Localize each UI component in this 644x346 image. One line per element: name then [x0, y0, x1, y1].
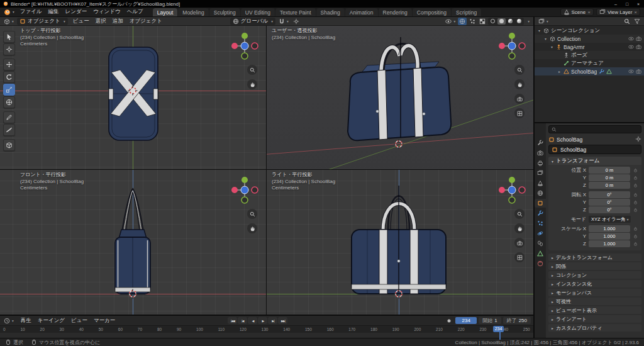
property-section-header[interactable]: モーションパス — [548, 289, 641, 296]
schoolbag-top-view[interactable] — [83, 42, 184, 150]
properties-search-field[interactable] — [548, 125, 641, 133]
pan-hand-icon[interactable] — [247, 79, 257, 89]
lock-icon[interactable] — [633, 193, 638, 197]
tab-view-layer-properties[interactable] — [535, 169, 546, 177]
lock-icon[interactable] — [633, 234, 638, 238]
scene-selector[interactable]: Scene × — [560, 8, 594, 16]
viewport-menu-item[interactable]: オブジェクト — [126, 17, 165, 26]
location-z-field[interactable]: 0 m — [589, 182, 630, 189]
lock-icon[interactable] — [633, 183, 638, 187]
play-button[interactable]: ▶ — [258, 317, 267, 324]
rotation-y-field[interactable]: 0° — [589, 199, 630, 206]
scale-y-field[interactable]: 1.000 — [589, 233, 630, 240]
property-section-header[interactable]: カスタムプロパティ — [548, 324, 641, 332]
cursor-tool[interactable] — [3, 43, 15, 55]
lock-icon[interactable] — [633, 168, 638, 172]
navigation-gizmo[interactable] — [228, 30, 261, 62]
gizmos-toggle[interactable] — [458, 18, 467, 25]
rotation-x-field[interactable]: 0° — [589, 191, 630, 198]
zoom-icon[interactable] — [514, 65, 525, 75]
tab-material-properties[interactable] — [535, 259, 546, 268]
transform-tool[interactable] — [3, 96, 15, 108]
outliner-collection[interactable]: ▾ Collection — [535, 35, 644, 43]
auto-keying-toggle[interactable] — [445, 317, 453, 325]
workspace-tab[interactable]: Shading — [316, 8, 345, 16]
wireframe-shading-button[interactable] — [489, 18, 497, 25]
workspace-tab[interactable]: Scripting — [452, 8, 481, 16]
transform-panel-header[interactable]: トランスフォーム — [548, 157, 641, 165]
schoolbag-right-view[interactable] — [330, 173, 468, 299]
disable-render-camera-icon[interactable] — [636, 36, 641, 42]
viewport-menu-item[interactable]: ビュー — [70, 17, 92, 26]
view-layer-selector[interactable]: View Layer × — [596, 8, 640, 16]
menu-item[interactable]: ヘルプ — [124, 8, 147, 16]
tab-scene-properties[interactable] — [535, 179, 546, 187]
frame-end-field[interactable]: 終了 250 — [503, 317, 531, 324]
tab-constraint-properties[interactable] — [535, 239, 546, 248]
navigation-gizmo[interactable] — [228, 174, 261, 206]
outliner-scene-collection[interactable]: ▾ シーンコレクション — [535, 26, 644, 35]
viewport-right[interactable]: ライト・平行投影 (234) Collection | SchoolBag Ce… — [267, 170, 533, 315]
object-name-field[interactable]: SchoolBag — [548, 145, 641, 154]
tab-world-properties[interactable] — [535, 189, 546, 198]
scale-tool[interactable] — [3, 84, 15, 96]
zoom-icon[interactable] — [247, 209, 257, 219]
menu-item[interactable]: 編集 — [45, 8, 62, 16]
viewport-top[interactable]: トップ・平行投影 (234) Collection | SchoolBag Ce… — [0, 26, 266, 169]
play-reverse-button[interactable]: ◀ — [248, 317, 257, 324]
select-box-tool[interactable] — [3, 31, 15, 43]
viewport-front[interactable]: フロント・平行投影 (234) Collection | SchoolBag C… — [0, 170, 266, 315]
ortho-switch-icon[interactable] — [514, 252, 525, 262]
material-shading-button[interactable] — [506, 18, 514, 25]
viewport-menu-item[interactable]: 追加 — [109, 17, 126, 26]
workspace-tab[interactable]: Layout — [153, 8, 178, 16]
proportional-edit-toggle[interactable] — [292, 18, 301, 25]
lock-icon[interactable] — [633, 208, 638, 212]
editor-type-3d-viewport[interactable]: ▾ — [3, 18, 15, 25]
scale-x-field[interactable]: 1.000 — [589, 225, 630, 232]
maximize-button[interactable]: □ — [621, 0, 633, 8]
outliner-search-button[interactable] — [623, 18, 631, 25]
tab-output-properties[interactable] — [535, 159, 546, 167]
location-y-field[interactable]: 0 m — [589, 174, 630, 181]
timeline-menu-item[interactable]: 再生 — [18, 316, 35, 325]
expand-caret-icon[interactable]: ▾ — [550, 45, 554, 49]
close-button[interactable]: × — [633, 0, 644, 8]
schoolbag-user-view[interactable] — [267, 26, 533, 169]
minimize-button[interactable]: – — [610, 0, 621, 8]
editor-type-timeline[interactable]: ▾ — [3, 317, 15, 325]
schoolbag-front-view[interactable] — [89, 173, 177, 299]
pan-hand-icon[interactable] — [514, 223, 525, 233]
prev-keyframe-button[interactable]: |◀ — [238, 317, 247, 324]
property-section-header[interactable]: 可視性 — [548, 298, 641, 305]
blender-menu-button[interactable]: ▾ — [3, 8, 16, 16]
object-visibility-dropdown[interactable]: ▾ — [444, 18, 457, 25]
frame-start-field[interactable]: 開始 1 — [479, 317, 501, 324]
camera-view-icon[interactable] — [514, 238, 525, 248]
scale-z-field[interactable]: 1.000 — [589, 240, 630, 247]
workspace-tab[interactable]: Compositing — [413, 8, 451, 16]
hide-viewport-eye-icon[interactable] — [628, 44, 634, 50]
jump-to-start-button[interactable]: |◀◀ — [228, 317, 237, 324]
property-section-header[interactable]: ビューポート表示 — [548, 306, 641, 314]
jump-to-end-button[interactable]: ▶▶| — [278, 317, 287, 324]
rotation-z-field[interactable]: 0° — [589, 206, 630, 213]
disable-render-camera-icon[interactable] — [636, 69, 641, 74]
location-x-field[interactable]: 0 m — [589, 167, 630, 174]
mode-selector[interactable]: オブジェクト ▾ — [17, 18, 68, 25]
hide-viewport-eye-icon[interactable] — [628, 69, 634, 74]
tab-object-properties[interactable] — [535, 199, 546, 208]
disable-render-camera-icon[interactable] — [636, 44, 641, 50]
outliner-pose[interactable]: ポーズ — [535, 51, 644, 59]
expand-caret-icon[interactable]: ▾ — [543, 36, 548, 41]
solid-shading-button[interactable] — [497, 18, 506, 25]
viewport-menu-item[interactable]: 選択 — [92, 17, 109, 26]
playhead[interactable]: 234 — [499, 326, 501, 340]
move-tool[interactable] — [3, 59, 15, 70]
menu-item[interactable]: ウィンドウ — [90, 8, 124, 16]
tab-object-data-properties[interactable] — [535, 249, 546, 258]
rendered-shading-button[interactable] — [515, 18, 523, 25]
workspace-tab[interactable]: Texture Paint — [275, 8, 316, 16]
timeline-ruler[interactable]: 0102030405060708090100110120130140150160… — [0, 325, 533, 333]
property-section-header[interactable]: 関係 — [548, 262, 641, 270]
